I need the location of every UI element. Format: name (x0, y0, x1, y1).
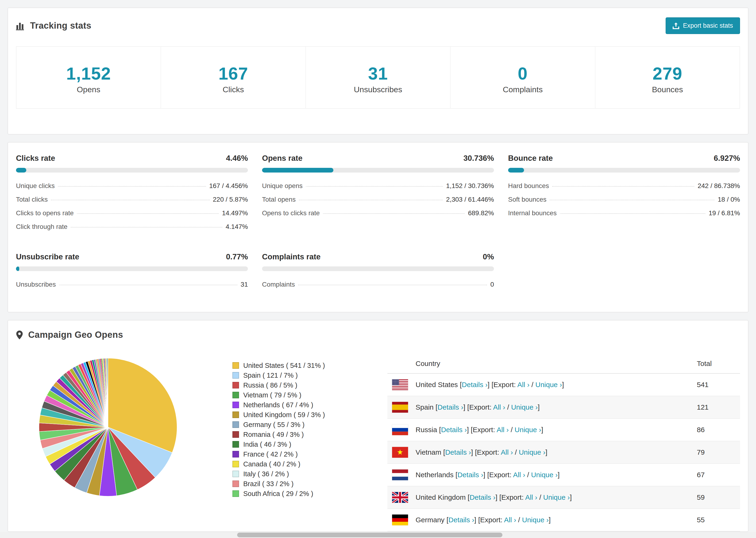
rate-title: Opens rate (262, 154, 302, 163)
export-unique-link[interactable]: Unique › (514, 426, 541, 434)
flag-vn-icon (392, 447, 408, 458)
stat-row-value: 2,303 / 61.446% (446, 196, 494, 203)
legend-item-united-states: United States ( 541 / 31% ) (233, 360, 387, 370)
country-cell: Germany [Details ›] [Export: All › / Uni… (415, 516, 688, 524)
dotted-leader (550, 200, 715, 200)
bar-chart-icon (16, 21, 25, 30)
export-unique-link[interactable]: Unique › (531, 471, 558, 479)
stat-row-value: 18 / 0% (718, 196, 740, 203)
country-name: United Kingdom (415, 493, 468, 501)
rate-block-clicks-rate: Clicks rate4.46%Unique clicks167 / 4.456… (16, 154, 248, 234)
geo-legend: United States ( 541 / 31% )Spain ( 121 /… (233, 360, 387, 499)
total-cell: 121 (688, 403, 740, 411)
legend-label: Netherlands ( 67 / 4% ) (243, 401, 313, 409)
details-link[interactable]: Details › (469, 493, 495, 501)
rate-rows: Complaints0 (262, 278, 494, 291)
country-name: Netherlands (415, 471, 456, 479)
legend-item-spain: Spain ( 121 / 7% ) (233, 370, 387, 380)
geo-title-text: Campaign Geo Opens (28, 330, 123, 340)
dotted-leader (51, 200, 209, 200)
export-all-link[interactable]: All › (525, 493, 537, 501)
summary-stat-clicks: 167Clicks (161, 47, 306, 108)
total-cell: 59 (688, 493, 740, 501)
country-cell: Spain [Details ›] [Export: All › / Uniqu… (415, 403, 688, 411)
export-all-link[interactable]: All › (493, 403, 505, 411)
stat-value: 0 (451, 64, 595, 83)
rate-head: Unsubscribe rate0.77% (16, 252, 248, 261)
rate-title: Unsubscribe rate (16, 252, 80, 261)
details-link[interactable]: Details › (462, 381, 488, 389)
dotted-leader (59, 285, 237, 285)
details-link[interactable]: Details › (458, 471, 483, 479)
stat-row-soft-bounces: Soft bounces18 / 0% (508, 193, 740, 206)
horizontal-scrollbar[interactable] (0, 532, 756, 538)
total-cell: 55 (688, 516, 740, 524)
export-unique-link[interactable]: Unique › (511, 403, 538, 411)
stat-row-label: Soft bounces (508, 196, 546, 203)
country-cell: Netherlands [Details ›] [Export: All › /… (415, 471, 688, 479)
flag-de-icon (392, 514, 408, 525)
legend-item-india: India ( 46 / 3% ) (233, 439, 387, 449)
scrollbar-thumb[interactable] (237, 533, 503, 537)
legend-item-netherlands: Netherlands ( 67 / 4% ) (233, 400, 387, 410)
country-name: Spain (415, 403, 436, 411)
legend-swatch (233, 451, 239, 457)
stat-row-complaints: Complaints0 (262, 278, 494, 291)
rate-title: Bounce rate (508, 154, 553, 163)
legend-item-canada: Canada ( 40 / 2% ) (233, 459, 387, 469)
tracking-stats-title: Tracking stats (16, 21, 91, 31)
legend-swatch (233, 411, 239, 418)
stat-row-value: 14.497% (222, 209, 248, 217)
total-cell: 86 (688, 426, 740, 434)
export-basic-stats-label: Export basic stats (683, 22, 733, 29)
details-link[interactable]: Details › (441, 426, 467, 434)
legend-label: Canada ( 40 / 2% ) (243, 460, 300, 468)
country-cell: Russia [Details ›] [Export: All › / Uniq… (415, 426, 688, 434)
legend-swatch (233, 362, 239, 369)
export-unique-link[interactable]: Unique › (519, 448, 545, 456)
table-row-united-states: United States [Details ›] [Export: All ›… (387, 374, 740, 396)
export-unique-link[interactable]: Unique › (535, 381, 562, 389)
legend-swatch (233, 441, 239, 448)
stat-row-label: Unique clicks (16, 182, 55, 190)
stat-row-label: Opens to clicks rate (262, 209, 320, 217)
dotted-leader (306, 186, 443, 187)
summary-stat-bounces: 279Bounces (595, 47, 739, 108)
stat-row-label: Total opens (262, 196, 296, 203)
table-row-netherlands: Netherlands [Details ›] [Export: All › /… (387, 464, 740, 486)
geo-header: Campaign Geo Opens (16, 320, 740, 340)
export-unique-link[interactable]: Unique › (543, 493, 570, 501)
total-cell: 79 (688, 448, 740, 456)
details-link[interactable]: Details › (449, 516, 474, 524)
campaign-geo-opens-card: Campaign Geo Opens United States ( 541 /… (8, 320, 748, 532)
export-all-link[interactable]: All › (497, 426, 509, 434)
legend-item-germany: Germany ( 55 / 3% ) (233, 420, 387, 430)
stat-row-label: Total clicks (16, 196, 48, 203)
progress-bar (262, 168, 494, 173)
progress-bar-fill (16, 168, 26, 173)
legend-item-south-africa: South Africa ( 29 / 2% ) (233, 489, 387, 499)
export-basic-stats-button[interactable]: Export basic stats (666, 17, 740, 34)
stat-row-click-through-rate: Click through rate4.147% (16, 220, 248, 234)
export-all-link[interactable]: All › (504, 516, 516, 524)
stat-value: 279 (595, 64, 739, 83)
export-all-link[interactable]: All › (513, 471, 525, 479)
details-link[interactable]: Details › (445, 448, 471, 456)
dotted-leader (77, 213, 219, 214)
export-all-link[interactable]: All › (501, 448, 513, 456)
legend-label: Vietnam ( 79 / 5% ) (243, 391, 301, 399)
legend-swatch (233, 480, 239, 487)
rate-value: 30.736% (463, 154, 494, 163)
geo-title: Campaign Geo Opens (16, 330, 123, 340)
stat-row-label: Complaints (262, 281, 295, 288)
table-row-russia: Russia [Details ›] [Export: All › / Uniq… (387, 419, 740, 441)
dotted-leader (298, 285, 487, 285)
summary-stat-opens: 1,152Opens (17, 47, 161, 108)
legend-item-vietnam: Vietnam ( 79 / 5% ) (233, 390, 387, 400)
details-link[interactable]: Details › (437, 403, 463, 411)
export-unique-link[interactable]: Unique › (522, 516, 549, 524)
stat-row-value: 4.147% (226, 223, 248, 231)
rate-head: Opens rate30.736% (262, 154, 494, 163)
export-all-link[interactable]: All › (517, 381, 530, 389)
column-country: Country (387, 360, 688, 368)
